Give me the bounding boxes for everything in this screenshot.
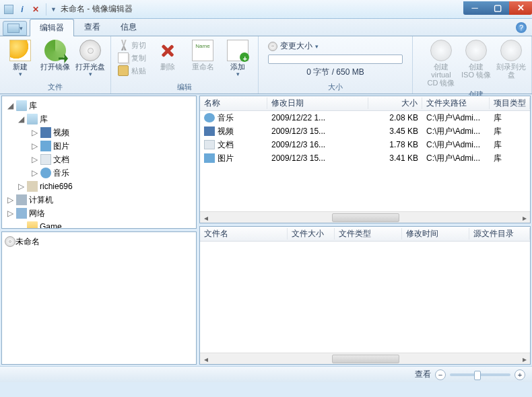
pictures-icon <box>40 141 51 151</box>
tree-library-inner[interactable]: ◢库 <box>3 112 195 126</box>
table-row[interactable]: 视频2009/12/3 15...3.45 KBC:\用户\Admi...库 <box>200 124 530 138</box>
vcd-icon <box>430 40 452 61</box>
statusbar: 查看 − + <box>0 366 532 382</box>
help-icon[interactable]: ? <box>516 22 527 33</box>
zoom-out-button[interactable]: − <box>435 369 446 380</box>
cut-button[interactable]: 剪切 <box>115 39 149 51</box>
new-icon <box>9 40 31 61</box>
quick-app-icon[interactable] <box>3 3 15 15</box>
table-row[interactable]: 文档2009/12/3 16...1.78 KBC:\用户\Admi...库 <box>200 138 530 151</box>
tree-computer[interactable]: ▷计算机 <box>3 193 195 207</box>
delete-button[interactable]: 删除 <box>150 38 185 73</box>
tab-editor[interactable]: 编辑器 <box>30 19 74 36</box>
tree-music[interactable]: ▷音乐 <box>3 166 195 180</box>
zoom-in-button[interactable]: + <box>514 369 525 380</box>
tree-pictures[interactable]: ▷图片 <box>3 139 195 153</box>
separator <box>46 3 46 15</box>
paste-icon <box>118 65 129 76</box>
group-create: 创建 virtualCD 镜像 创建ISO 镜像 刻录到光盘 创建 <box>421 36 532 94</box>
col-type[interactable]: 项目类型 <box>490 98 530 109</box>
row-icon <box>204 140 215 149</box>
size-status: 0 字节 / 650 MB <box>268 67 403 78</box>
disc-icon <box>5 236 15 247</box>
zoom-slider[interactable] <box>450 373 510 376</box>
create-vcd-button[interactable]: 创建 virtualCD 镜像 <box>424 38 459 89</box>
delete-icon <box>157 40 178 61</box>
hscroll[interactable]: ◂▸ <box>200 211 530 223</box>
new-button[interactable]: 新建▾ <box>3 38 38 79</box>
tree-video[interactable]: ▷视频 <box>3 126 195 139</box>
tree-library[interactable]: ◢库 <box>3 99 195 112</box>
tree-documents[interactable]: ▷文档 <box>3 153 195 166</box>
open-image-icon <box>44 40 66 61</box>
computer-icon <box>16 194 27 205</box>
row-icon <box>204 113 215 122</box>
col-path[interactable]: 文件夹路径 <box>422 98 490 109</box>
quick-info-icon[interactable]: i <box>16 3 28 15</box>
library-folder-icon <box>27 114 38 124</box>
rename-icon <box>192 40 213 61</box>
tab-info[interactable]: 信息 <box>110 18 147 36</box>
group-edit-label: 编辑 <box>114 81 255 94</box>
open-disc-button[interactable]: 打开光盘▾ <box>73 38 108 79</box>
open-disc-icon <box>79 40 101 61</box>
group-file-label: 文件 <box>3 81 108 94</box>
dcol-mtime[interactable]: 修改时间 <box>402 228 469 240</box>
minimize-button[interactable]: ─ <box>463 1 486 15</box>
hscroll-detail[interactable]: ◂▸ <box>200 353 530 364</box>
col-name[interactable]: 名称 <box>200 98 267 109</box>
tree-network[interactable]: ▷网络 <box>3 207 195 220</box>
disc-root[interactable]: 未命名 <box>5 235 193 248</box>
tab-view[interactable]: 查看 <box>74 18 110 36</box>
status-view-label: 查看 <box>415 369 431 380</box>
add-button[interactable]: 添加▾ <box>220 38 255 79</box>
close-button[interactable]: ✕ <box>509 1 532 15</box>
group-edit: 剪切 复制 粘贴 删除 重命名 添加▾ 编辑 <box>111 36 259 94</box>
copy-icon <box>118 52 129 63</box>
disc-tree[interactable]: 未命名 <box>1 231 197 365</box>
music-icon <box>40 168 51 178</box>
col-date[interactable]: 修改日期 <box>267 98 368 109</box>
dcol-size[interactable]: 文件大小 <box>288 228 335 240</box>
group-file: 新建▾ 打开镜像 打开光盘▾ 文件 <box>0 36 111 94</box>
tree-game[interactable]: Game <box>3 220 195 229</box>
col-size[interactable]: 大小 <box>368 98 422 109</box>
detail-body[interactable] <box>200 242 530 353</box>
copy-button[interactable]: 复制 <box>115 52 149 64</box>
group-size-label: 大小 <box>261 81 409 94</box>
documents-icon <box>40 154 51 165</box>
table-row[interactable]: 图片2009/12/3 15...3.41 KBC:\用户\Admi...库 <box>200 151 530 165</box>
change-size-button[interactable]: 变更大小 ▾ <box>268 40 403 52</box>
dcol-src[interactable]: 源文件目录 <box>469 228 530 240</box>
detail-list: 文件名 文件大小 文件类型 修改时间 源文件目录 ◂▸ <box>199 226 531 365</box>
ribbon: 新建▾ 打开镜像 打开光盘▾ 文件 剪切 复制 粘贴 删除 重命名 添加▾ 编辑… <box>0 36 532 94</box>
source-tree[interactable]: ◢库 ◢库 ▷视频 ▷图片 ▷文档 ▷音乐 ▷richie696 ▷计算机 ▷网… <box>1 96 197 229</box>
detail-header[interactable]: 文件名 文件大小 文件类型 修改时间 源文件目录 <box>200 227 530 242</box>
paste-button[interactable]: 粘贴 <box>115 65 149 77</box>
file-list-body[interactable]: 音乐2009/12/22 1...2.08 KBC:\用户\Admi...库视频… <box>200 111 530 211</box>
dcol-type[interactable]: 文件类型 <box>335 228 402 240</box>
user-icon <box>27 181 38 192</box>
cut-icon <box>118 40 129 50</box>
burn-button[interactable]: 刻录到光盘 <box>494 38 529 81</box>
dcol-name[interactable]: 文件名 <box>200 228 288 240</box>
folder-icon <box>27 221 38 229</box>
table-row[interactable]: 音乐2009/12/22 1...2.08 KBC:\用户\Admi...库 <box>200 111 530 124</box>
quick-customize-dropdown[interactable]: ▼ <box>51 6 57 13</box>
burn-icon <box>500 40 522 61</box>
app-menu-button[interactable]: ▾ <box>3 21 27 36</box>
library-icon <box>16 100 27 111</box>
ribbon-tabs: ▾ 编辑器 查看 信息 ? <box>0 19 532 36</box>
create-iso-button[interactable]: 创建ISO 镜像 <box>459 38 494 81</box>
tree-user[interactable]: ▷richie696 <box>3 180 195 193</box>
window-title: 未命名 - 镜像编辑器 <box>61 3 133 15</box>
workarea: ◢库 ◢库 ▷视频 ▷图片 ▷文档 ▷音乐 ▷richie696 ▷计算机 ▷网… <box>0 94 532 366</box>
iso-icon <box>465 40 487 61</box>
maximize-button[interactable]: ▢ <box>486 1 509 15</box>
quick-close-icon[interactable]: ✕ <box>30 3 42 15</box>
open-image-button[interactable]: 打开镜像 <box>38 38 73 73</box>
file-list-header[interactable]: 名称 修改日期 大小 文件夹路径 项目类型 <box>200 96 530 111</box>
row-icon <box>204 153 215 163</box>
file-list: 名称 修改日期 大小 文件夹路径 项目类型 音乐2009/12/22 1...2… <box>199 96 531 223</box>
rename-button[interactable]: 重命名 <box>185 38 220 73</box>
